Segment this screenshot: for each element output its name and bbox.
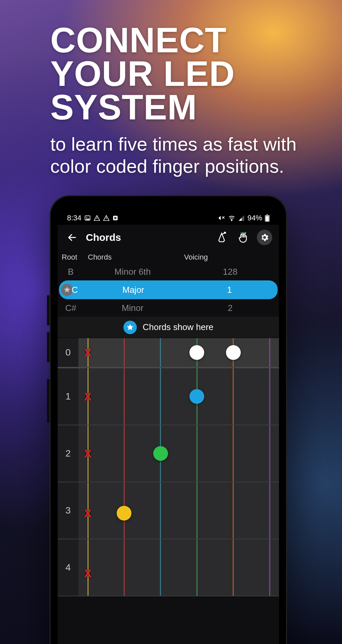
string-line bbox=[160, 539, 161, 596]
svg-point-7 bbox=[231, 220, 232, 221]
picker-root-value: B bbox=[68, 267, 73, 277]
finger-marker bbox=[153, 446, 168, 461]
string-line bbox=[160, 338, 161, 367]
picker-chord-value: Minor 6th bbox=[84, 267, 181, 277]
string-line bbox=[269, 338, 270, 367]
close-square-icon bbox=[112, 215, 118, 221]
fret-number: 1 bbox=[58, 368, 78, 425]
fretboard[interactable]: 0X1X2X3X4X bbox=[58, 338, 279, 596]
fret-row: 4X bbox=[58, 539, 279, 596]
phone-volume-down bbox=[47, 332, 50, 362]
svg-rect-10 bbox=[266, 216, 269, 221]
phone-screen: 8:34 bbox=[58, 203, 279, 644]
fret-number: 0 bbox=[58, 338, 78, 367]
fret-row: 0X bbox=[58, 338, 279, 368]
promo-subheadline: to learn five times as fast with color c… bbox=[50, 133, 305, 177]
fret-area: X bbox=[78, 425, 279, 482]
mute-icon: X bbox=[84, 346, 92, 359]
picker-row-above[interactable]: B Minor 6th 128 bbox=[58, 263, 279, 280]
string-line bbox=[233, 368, 234, 425]
picker-voicing-value: 2 bbox=[181, 303, 279, 313]
picker-row-below[interactable]: C# Minor 2 bbox=[58, 299, 279, 317]
picker-label-chords: Chords bbox=[87, 250, 183, 263]
phone-volume-up bbox=[47, 295, 50, 325]
mute-icon: X bbox=[84, 390, 92, 403]
status-left: 8:34 bbox=[67, 214, 118, 222]
fret-row: 3X bbox=[58, 482, 279, 539]
string-line bbox=[269, 539, 270, 596]
picker-row-selected[interactable]: C Major 1 bbox=[59, 280, 278, 299]
picker[interactable]: B Minor 6th 128 C Major 1 C# bbox=[58, 263, 279, 317]
back-button[interactable] bbox=[64, 230, 80, 245]
svg-rect-9 bbox=[267, 215, 268, 216]
svg-rect-15 bbox=[242, 232, 243, 233]
picker-voicing-value: 1 bbox=[181, 285, 278, 295]
picker-root-value: C bbox=[64, 285, 85, 295]
image-icon bbox=[84, 215, 91, 221]
string-line bbox=[124, 425, 125, 482]
string-line bbox=[269, 482, 270, 539]
phone-frame: 8:34 bbox=[50, 195, 287, 644]
picker-chord-value: Major bbox=[85, 285, 181, 295]
fret-area: X bbox=[78, 482, 279, 539]
warning-triangle-icon bbox=[103, 215, 110, 221]
fret-row: 1X bbox=[58, 368, 279, 425]
svg-point-13 bbox=[224, 232, 226, 233]
wifi-icon bbox=[228, 214, 235, 222]
star-icon bbox=[123, 321, 137, 334]
finger-marker bbox=[117, 506, 131, 521]
metronome-button[interactable] bbox=[214, 230, 229, 245]
svg-rect-17 bbox=[245, 232, 246, 233]
string-line bbox=[196, 425, 197, 482]
status-time: 8:34 bbox=[67, 214, 81, 222]
fret-area: X bbox=[78, 539, 279, 596]
finger-marker bbox=[189, 389, 204, 404]
string-line bbox=[124, 368, 125, 425]
string-line bbox=[233, 539, 234, 596]
promo-copy: CONNECT YOUR LED SYSTEM to learn five ti… bbox=[50, 23, 305, 177]
phone-power-button bbox=[47, 379, 50, 423]
fret-number: 3 bbox=[58, 482, 78, 539]
fret-row: 2X bbox=[58, 425, 279, 482]
fret-area: X bbox=[78, 368, 279, 425]
fret-number: 2 bbox=[58, 425, 78, 482]
nav-title: Chords bbox=[86, 232, 121, 243]
fret-number: 4 bbox=[58, 539, 78, 596]
picker-label-voicing: Voicing bbox=[183, 250, 279, 263]
promo-headline: CONNECT YOUR LED SYSTEM bbox=[50, 23, 305, 124]
mute-icon: X bbox=[84, 567, 92, 580]
picker-header: Root Chords Voicing bbox=[58, 250, 279, 263]
string-line bbox=[124, 338, 125, 367]
string-line bbox=[269, 368, 270, 425]
status-right: 94% bbox=[218, 214, 270, 222]
finger-marker bbox=[226, 345, 241, 360]
string-line bbox=[233, 482, 234, 539]
battery-text: 94% bbox=[247, 214, 262, 222]
svg-rect-16 bbox=[243, 232, 244, 233]
signal-icon bbox=[238, 215, 245, 221]
picker-root-value: C# bbox=[65, 303, 76, 313]
svg-point-1 bbox=[86, 217, 87, 218]
settings-button[interactable] bbox=[257, 230, 272, 245]
string-line bbox=[160, 368, 161, 425]
status-bar: 8:34 bbox=[58, 203, 279, 225]
vibrate-mute-icon bbox=[218, 214, 225, 222]
string-line bbox=[124, 539, 125, 596]
mute-icon: X bbox=[84, 447, 92, 460]
string-line bbox=[196, 539, 197, 596]
nav-bar: Chords bbox=[58, 225, 279, 250]
picker-voicing-value: 128 bbox=[181, 267, 279, 277]
promo-page: CONNECT YOUR LED SYSTEM to learn five ti… bbox=[0, 0, 342, 644]
svg-rect-14 bbox=[241, 232, 242, 233]
battery-icon bbox=[265, 214, 270, 222]
chord-banner: Chords show here bbox=[58, 317, 279, 338]
string-line bbox=[233, 425, 234, 482]
chord-banner-text: Chords show here bbox=[143, 322, 214, 332]
warning-triangle-icon bbox=[94, 215, 100, 221]
fret-area: X bbox=[78, 338, 279, 367]
picker-chord-value: Minor bbox=[84, 303, 181, 313]
hand-led-button[interactable] bbox=[235, 230, 251, 245]
mute-icon: X bbox=[84, 507, 92, 520]
finger-marker bbox=[189, 345, 204, 360]
picker-label-root: Root bbox=[60, 250, 87, 263]
